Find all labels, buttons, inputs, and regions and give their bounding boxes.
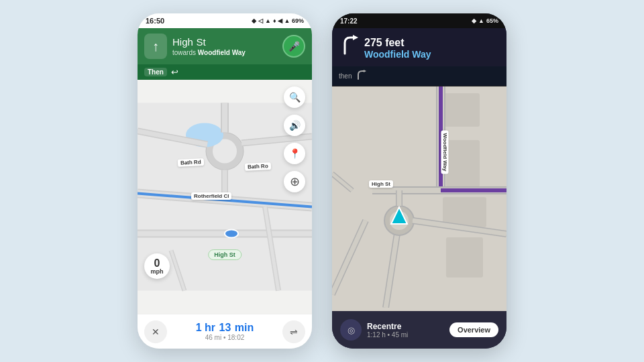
close-button[interactable]: ✕ xyxy=(144,320,167,343)
street-type: St xyxy=(197,36,206,48)
left-phone: 16:50 ◆ ◁ ▲ ♦ ◀ ▲ 69% ↑ High St towards … xyxy=(138,13,312,349)
location-icon: ◁ xyxy=(258,17,263,24)
then-turn-icon xyxy=(356,70,366,80)
add-icon: ⊕ xyxy=(290,174,300,189)
map-area-right[interactable]: High St Woodfield Way xyxy=(332,86,506,311)
then-label-left: Then xyxy=(144,68,167,76)
sim-icon: ◆ xyxy=(252,17,256,24)
eta-mins: 13 xyxy=(219,322,231,333)
speed-badge: 0 mph xyxy=(144,253,170,279)
speed-number: 0 xyxy=(154,258,160,269)
battery-icon-right: ▲ xyxy=(478,17,484,24)
turn-icon-right xyxy=(339,35,359,61)
status-bar-left: 16:50 ◆ ◁ ▲ ♦ ◀ ▲ 69% xyxy=(138,13,312,28)
then-bar-left: Then ↩ xyxy=(138,64,312,80)
turn-arrow-box: ↑ xyxy=(144,34,167,59)
close-icon: ✕ xyxy=(152,326,160,337)
woodfield-way-label-right: Woodfield Way xyxy=(441,131,449,174)
nav-street-right: Woodfield Way xyxy=(364,49,500,60)
eta-hours: 1 hr xyxy=(196,322,215,333)
eta-right: 1:12 h • 45 mi xyxy=(367,331,444,339)
eta-time: 1 hr 13 min xyxy=(171,322,278,334)
overview-button[interactable]: Overview xyxy=(449,322,498,337)
nav-header-right: 275 feet Woodfield Way xyxy=(332,28,506,66)
status-time-left: 16:50 xyxy=(146,17,164,25)
rotherfield-label: Rotherfield Cl xyxy=(191,192,231,200)
then-label-right: then xyxy=(339,72,352,80)
bath-rd-label: Bath Rd xyxy=(178,158,204,167)
recentre-icon[interactable]: ◎ xyxy=(340,319,362,341)
svg-marker-22 xyxy=(353,35,358,40)
route-icon: ⇌ xyxy=(290,326,298,337)
nav-info-left: High St towards Woodfield Way xyxy=(172,36,277,56)
battery-left: ♦ ◀ ▲ 69% xyxy=(273,17,304,24)
bottom-bar-right: ◎ Recentre 1:12 h • 45 mi Overview xyxy=(332,311,506,349)
turn-arrow-svg xyxy=(339,35,358,56)
svg-marker-23 xyxy=(364,70,366,72)
eta-info: 1 hr 13 min 46 mi • 18:02 xyxy=(171,322,278,341)
bath-ro-label: Bath Ro xyxy=(245,162,271,171)
gps-icon-right: ◆ xyxy=(472,17,476,24)
search-icon: 🔍 xyxy=(289,92,301,103)
bottom-bar-left: ✕ 1 hr 13 min 46 mi • 18:02 ⇌ xyxy=(138,314,312,349)
volume-icon: 🔊 xyxy=(289,120,301,131)
nav-info-right: 275 feet Woodfield Way xyxy=(364,36,500,60)
map-area-left[interactable]: Bath Rd Bath Ro Rotherfield Cl High St 🔍… xyxy=(138,80,312,314)
high-st-badge: High St xyxy=(208,249,241,260)
mic-button[interactable]: 🎤 xyxy=(282,35,305,58)
nav-header-left: ↑ High St towards Woodfield Way 🎤 xyxy=(138,28,312,64)
recentre-label: Recentre xyxy=(367,322,444,331)
then-arrow-left: ↩ xyxy=(171,67,178,77)
speed-unit: mph xyxy=(151,269,164,275)
search-button[interactable]: 🔍 xyxy=(284,86,305,108)
street-name: High St xyxy=(172,36,277,49)
wifi-icon: ▲ xyxy=(265,17,271,24)
toward-street: Woodfield Way xyxy=(198,49,246,56)
svg-rect-28 xyxy=(446,237,483,278)
status-icons-left: ◆ ◁ ▲ ♦ ◀ ▲ 69% xyxy=(252,17,304,24)
recentre-info: Recentre 1:12 h • 45 mi xyxy=(367,322,444,339)
eta-min-label: min xyxy=(235,322,254,333)
status-icons-right: ◆ ▲ 65% xyxy=(472,17,498,24)
mic-icon: 🎤 xyxy=(288,41,300,52)
up-arrow-icon: ↑ xyxy=(152,39,159,54)
right-phone: 17:22 ◆ ▲ 65% 275 feet Woodfield Way the… xyxy=(332,13,506,349)
volume-button[interactable]: 🔊 xyxy=(284,115,305,136)
battery-pct-right: 65% xyxy=(486,17,498,24)
location-button[interactable]: 📍 xyxy=(284,143,305,164)
then-arrow-right xyxy=(356,70,366,82)
svg-rect-26 xyxy=(446,140,480,187)
eta-details: 46 mi • 18:02 xyxy=(171,334,278,341)
status-time-right: 17:22 xyxy=(340,17,358,25)
map-svg-right xyxy=(332,86,506,308)
high-st-label-right: High St xyxy=(369,180,393,188)
svg-point-17 xyxy=(225,230,238,238)
status-bar-right: 17:22 ◆ ▲ 65% xyxy=(332,13,506,28)
nav-distance: 275 feet xyxy=(364,36,500,49)
add-button[interactable]: ⊕ xyxy=(284,171,305,192)
then-bar-right: then xyxy=(332,66,506,86)
toward-info: towards Woodfield Way xyxy=(172,49,277,56)
route-button[interactable]: ⇌ xyxy=(282,320,305,343)
location-icon-btn: 📍 xyxy=(289,148,301,159)
compass-icon: ◎ xyxy=(347,325,355,335)
